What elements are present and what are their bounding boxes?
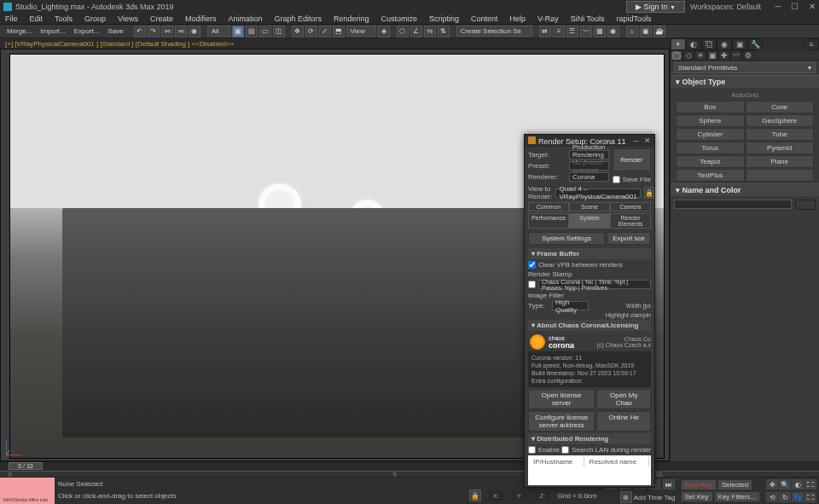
select-name-icon[interactable]: ▤ <box>246 26 258 38</box>
primitive-textplus[interactable]: TextPlus <box>676 169 745 182</box>
menu-modifiers[interactable]: Modifiers <box>185 14 217 23</box>
stamp-text[interactable]: Chaos Corona | %c | Time: %pt | Passes: … <box>538 280 651 289</box>
systems-icon[interactable]: ⚙ <box>742 50 754 61</box>
lock-selection-icon[interactable]: 🔒 <box>469 490 481 501</box>
render-icon[interactable]: ☕ <box>653 26 665 38</box>
name-color-rollout[interactable]: ▾ Name and Color <box>671 183 819 196</box>
object-name-input[interactable] <box>674 200 792 209</box>
cameras-icon[interactable]: ▣ <box>706 50 718 61</box>
angle-snap-icon[interactable]: ∠ <box>410 26 422 38</box>
link-icon[interactable]: ⫘ <box>161 26 173 38</box>
primitive-cone[interactable]: Cone <box>746 101 815 113</box>
add-time-tag[interactable]: Add Time Tag <box>634 494 676 501</box>
lights-icon[interactable]: ☀ <box>694 50 706 61</box>
bind-icon[interactable]: ◉ <box>189 26 200 38</box>
menu-group[interactable]: Group <box>84 14 106 23</box>
dialog-min-icon[interactable]: ─ <box>634 136 639 145</box>
color-swatch[interactable] <box>795 200 816 210</box>
open-license-server-button[interactable]: Open license server <box>528 389 595 409</box>
preset-dropdown[interactable]: No preset selected <box>569 161 609 171</box>
close-icon[interactable]: ✕ <box>809 2 816 11</box>
primitive-teapot[interactable]: Teapot <box>676 155 745 168</box>
menu-rapidtools[interactable]: rapidTools <box>617 14 652 23</box>
menu-views[interactable]: Views <box>118 14 138 23</box>
clear-vfb-check[interactable] <box>528 261 536 269</box>
selected-filter[interactable]: Selected <box>717 479 752 490</box>
search-lan-check[interactable] <box>561 446 569 454</box>
spacewarps-icon[interactable]: 〰 <box>730 50 742 61</box>
primitive-cylinder[interactable]: Cylinder <box>676 128 745 141</box>
nav-zoom-icon[interactable]: 🔍 <box>778 478 792 490</box>
primitive-plane[interactable]: Plane <box>746 155 815 168</box>
minimize-icon[interactable]: ─ <box>775 2 781 11</box>
shapes-icon[interactable]: ◇ <box>682 50 694 61</box>
time-slider[interactable]: 0 / 10 <box>0 462 819 471</box>
create-tab-icon[interactable]: ✦ <box>671 38 686 50</box>
goto-end-icon[interactable]: ⏭ <box>662 478 676 490</box>
percent-snap-icon[interactable]: % <box>424 26 436 38</box>
lock-view-icon[interactable]: 🔒 <box>644 187 654 199</box>
nav-roll-icon[interactable]: ↻ <box>778 491 792 503</box>
render-button[interactable]: Render <box>613 148 651 171</box>
enable-dr-check[interactable] <box>528 446 536 454</box>
display-tab-icon[interactable]: ▣ <box>732 38 747 50</box>
window-crossing-icon[interactable]: ◫ <box>273 26 285 38</box>
material-icon[interactable]: ◉ <box>607 26 619 38</box>
export-button[interactable]: Export... <box>71 27 103 35</box>
render-frame-icon[interactable]: ▣ <box>640 26 652 38</box>
scale-icon[interactable]: ⤢ <box>319 26 331 38</box>
select-icon[interactable]: ▣ <box>232 26 244 38</box>
spinner-snap-icon[interactable]: ⇅ <box>438 26 450 38</box>
configure-license-button[interactable]: Configure license server address <box>528 411 595 432</box>
dialog-close-icon[interactable]: ✕ <box>644 136 651 145</box>
menu-content[interactable]: Content <box>471 14 498 23</box>
distributed-section[interactable]: ▾ Distributed Rendering <box>528 433 651 444</box>
utilities-tab-icon[interactable]: 🔧 <box>747 38 763 50</box>
nav-walk-icon[interactable]: 👣 <box>791 491 804 503</box>
tab-camera[interactable]: Camera <box>610 202 651 211</box>
menu-rendering[interactable]: Rendering <box>334 14 369 23</box>
open-my-chaos-button[interactable]: Open My Chao <box>596 389 651 409</box>
tab-common[interactable]: Common <box>528 202 569 211</box>
tab-scene[interactable]: Scene <box>569 202 610 211</box>
renderer-dropdown[interactable]: Corona <box>569 172 609 182</box>
nav-max-icon[interactable]: ⛶ <box>804 491 817 503</box>
panel-config-icon[interactable]: ≡ <box>804 38 819 50</box>
geometry-icon[interactable]: ◯ <box>671 50 682 61</box>
menu-graph-editors[interactable]: Graph Editors <box>274 14 322 23</box>
rotate-icon[interactable]: ⟳ <box>305 26 317 38</box>
object-type-rollout[interactable]: ▾ Object Type <box>671 75 819 88</box>
ref-coord-dropdown[interactable]: View <box>346 26 376 37</box>
tab-render-elements[interactable]: Render Elements <box>610 213 651 229</box>
tab-system[interactable]: System <box>569 213 610 229</box>
hierarchy-tab-icon[interactable]: ⿻ <box>701 38 717 50</box>
tab-performance[interactable]: Performance <box>528 213 569 229</box>
rect-select-icon[interactable]: ▭ <box>259 26 271 38</box>
menu-edit[interactable]: Edit <box>30 14 44 23</box>
selection-set-dropdown[interactable]: Create Selection Se <box>456 26 532 37</box>
menu-create[interactable]: Create <box>150 14 173 23</box>
curve-editor-icon[interactable]: 〰 <box>580 26 592 38</box>
import-button[interactable]: Import... <box>37 27 68 35</box>
export-scene-button[interactable]: Export sce <box>607 232 651 245</box>
autokey-button[interactable]: Auto Key <box>681 479 717 490</box>
filter-dropdown[interactable]: All <box>207 26 230 37</box>
nav-orbit-icon[interactable]: ⟲ <box>765 491 779 503</box>
align-icon[interactable]: ≡ <box>553 26 565 38</box>
frame-buffer-section[interactable]: ▾ Frame Buffer <box>528 248 651 259</box>
stamp-check[interactable] <box>528 281 536 288</box>
autogrid-check[interactable]: AutoGrid <box>672 90 817 101</box>
layer-icon[interactable]: ☰ <box>566 26 578 38</box>
maximize-icon[interactable]: ☐ <box>791 2 799 11</box>
nav-pan-icon[interactable]: ✥ <box>765 478 779 490</box>
motion-tab-icon[interactable]: ◉ <box>717 38 732 50</box>
menu-tools[interactable]: Tools <box>55 14 73 23</box>
primitive-torus[interactable]: Torus <box>676 142 745 154</box>
coord-y[interactable]: Y: <box>511 491 527 501</box>
key-filters-button[interactable]: Key Filters... <box>714 491 760 502</box>
view-dropdown[interactable]: Quad 4 – VRayPhysicalCamera001 <box>555 188 640 198</box>
save-button[interactable]: Save <box>104 27 126 35</box>
helpers-icon[interactable]: ✚ <box>718 50 730 61</box>
primitive-box[interactable]: Box <box>676 101 745 113</box>
sign-in-button[interactable]: ▶ Sign In ▼ <box>626 1 685 13</box>
